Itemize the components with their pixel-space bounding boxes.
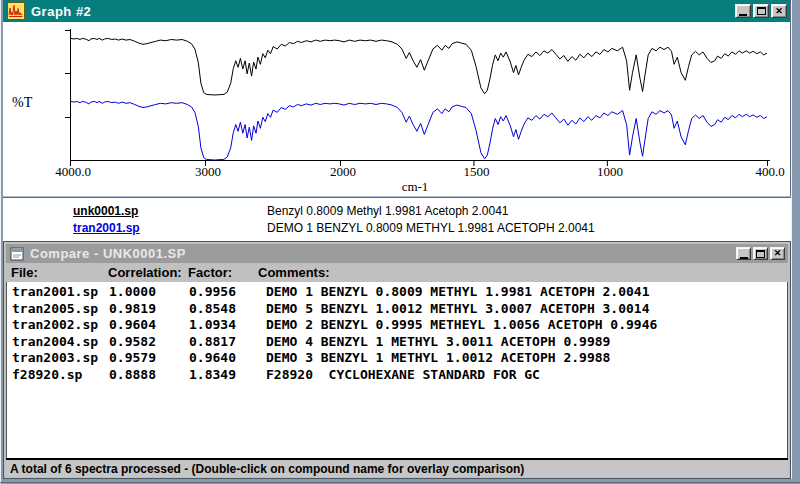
compare-results-table: tran2001.sp1.00000.9956DEMO 1 BENZYL 0.8… <box>6 282 788 458</box>
frame-edge-right <box>791 0 792 479</box>
cell-factor: 0.9956 <box>189 284 266 301</box>
cell-correlation: 0.8888 <box>109 367 189 384</box>
table-row[interactable]: f28920.sp0.88881.8349F28920 CYCLOHEXANE … <box>7 367 787 384</box>
minimize-button[interactable] <box>735 4 751 18</box>
y-axis-label: %T <box>12 95 32 111</box>
table-row[interactable]: tran2002.sp0.96041.0934DEMO 2 BENZYL 0.9… <box>7 317 787 334</box>
compare-window-title: Compare - UNK0001.SP <box>30 246 186 261</box>
column-header-correlation: Correlation: <box>108 265 182 280</box>
cell-factor: 0.8817 <box>189 334 266 351</box>
minimize-button[interactable] <box>736 247 751 260</box>
cell-correlation: 0.9582 <box>109 334 189 351</box>
frame-edge-left <box>0 0 1 484</box>
x-tick-label: 1500 <box>463 164 489 180</box>
cell-file: tran2001.sp <box>12 284 109 301</box>
table-row[interactable]: tran2005.sp0.98190.8548DEMO 5 BENZYL 1.0… <box>7 301 787 318</box>
close-icon: ✕ <box>774 249 782 258</box>
status-text: A total of 6 spectra processed - (Double… <box>10 462 524 476</box>
legend-row: tran2001.sp DEMO 1 BENZYL 0.8009 METHYL … <box>3 219 791 236</box>
cell-factor: 1.8349 <box>189 367 266 384</box>
cell-factor: 0.8548 <box>189 301 266 318</box>
table-row[interactable]: tran2003.sp0.95790.9640DEMO 3 BENZYL 1 M… <box>7 350 787 367</box>
graph-titlebar[interactable]: Graph #2 ✕ <box>3 0 790 22</box>
cell-comments: DEMO 5 BENZYL 1.0012 METHYL 3.0007 ACETO… <box>266 301 650 316</box>
frame-edge-bottom <box>0 482 800 483</box>
graph-window: Graph #2 ✕ unk0001.sp Benzyl 0.8009 Meth… <box>3 0 791 241</box>
cell-file: tran2004.sp <box>12 334 109 351</box>
close-icon: ✕ <box>775 7 783 16</box>
legend-description: Benzyl 0.8009 Methyl 1.9981 Acetoph 2.00… <box>267 204 509 218</box>
maximize-icon <box>756 250 765 258</box>
column-header-comments: Comments: <box>258 265 330 280</box>
maximize-button[interactable] <box>753 247 768 260</box>
cell-correlation: 0.9579 <box>109 350 189 367</box>
legend-description: DEMO 1 BENZYL 0.8009 METHYL 1.9981 ACETO… <box>267 221 595 235</box>
compare-window-controls: ✕ <box>736 247 785 260</box>
cell-correlation: 0.9819 <box>109 301 189 318</box>
cell-correlation: 0.9604 <box>109 317 189 334</box>
column-header-file: File: <box>11 265 38 280</box>
x-axis-label: cm-1 <box>402 179 429 195</box>
graph-window-controls: ✕ <box>735 4 787 18</box>
x-tick-label: 3000 <box>195 164 221 180</box>
cell-comments: DEMO 3 BENZYL 1 METHYL 1.0012 ACETOPH 2.… <box>266 350 610 365</box>
compare-titlebar[interactable]: Compare - UNK0001.SP ✕ <box>6 244 788 263</box>
cell-file: tran2005.sp <box>12 301 109 318</box>
compare-table-header: File: Correlation: Factor: Comments: <box>6 263 788 282</box>
legend-row: unk0001.sp Benzyl 0.8009 Methyl 1.9981 A… <box>3 202 791 219</box>
close-button[interactable]: ✕ <box>771 4 787 18</box>
column-header-factor: Factor: <box>188 265 232 280</box>
x-tick-label: 4000.0 <box>55 164 91 180</box>
cell-comments: F28920 CYCLOHEXANE STANDARD FOR GC <box>266 367 540 382</box>
cell-comments: DEMO 4 BENZYL 1 METHYL 3.0011 ACETOPH 0.… <box>266 334 610 349</box>
cell-correlation: 1.0000 <box>109 284 189 301</box>
status-bar: A total of 6 spectra processed - (Double… <box>6 458 788 477</box>
close-button[interactable]: ✕ <box>770 247 785 260</box>
minimize-icon <box>740 257 748 259</box>
cell-comments: DEMO 2 BENZYL 0.9995 METHEYL 1.0056 ACET… <box>266 317 657 332</box>
compare-window-icon[interactable] <box>10 247 24 261</box>
cell-factor: 1.0934 <box>189 317 266 334</box>
cell-comments: DEMO 1 BENZYL 0.8009 METHYL 1.9981 ACETO… <box>266 284 650 299</box>
legend-file-unk0001[interactable]: unk0001.sp <box>73 204 267 218</box>
maximize-button[interactable] <box>753 4 769 18</box>
compare-window: Compare - UNK0001.SP ✕ File: Correlation… <box>3 241 791 479</box>
table-row[interactable]: tran2001.sp1.00000.9956DEMO 1 BENZYL 0.8… <box>7 284 787 301</box>
x-tick-label: 400.0 <box>755 164 784 180</box>
table-row[interactable]: tran2004.sp0.95820.8817DEMO 4 BENZYL 1 M… <box>7 334 787 351</box>
cell-file: tran2002.sp <box>12 317 109 334</box>
x-tick-label: 2000 <box>330 164 356 180</box>
spectra-legend: unk0001.sp Benzyl 0.8009 Methyl 1.9981 A… <box>3 198 791 241</box>
x-tick-label: 1000 <box>597 164 623 180</box>
legend-file-tran2001[interactable]: tran2001.sp <box>73 221 267 235</box>
maximize-icon <box>757 7 766 15</box>
cell-factor: 0.9640 <box>189 350 266 367</box>
spectra-plot-area[interactable] <box>3 22 790 196</box>
cell-file: f28920.sp <box>12 367 109 384</box>
spectrum-chart-icon[interactable] <box>7 2 25 20</box>
cell-file: tran2003.sp <box>12 350 109 367</box>
graph-window-title: Graph #2 <box>31 4 91 19</box>
minimize-icon <box>739 14 747 16</box>
